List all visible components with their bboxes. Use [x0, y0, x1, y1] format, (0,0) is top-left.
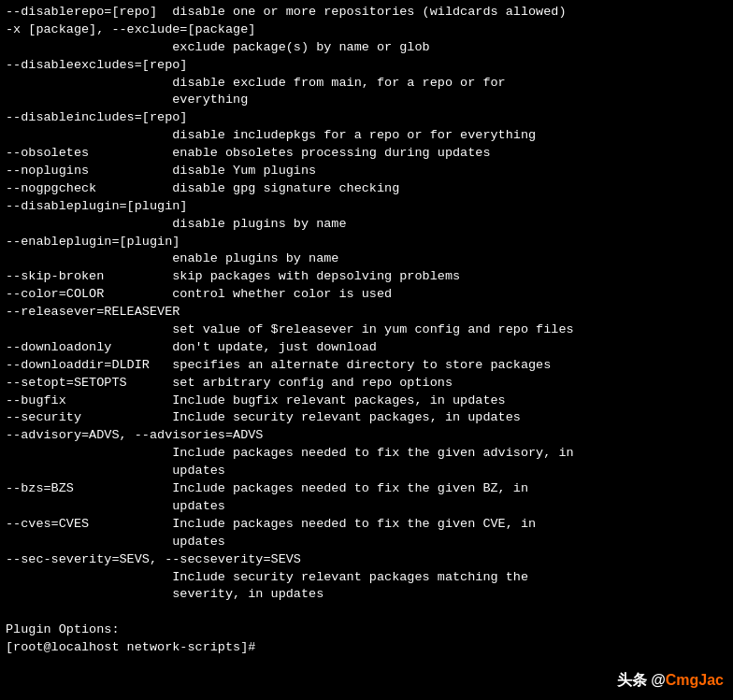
terminal-output: --disablerepo=[repo] disable one or more… — [6, 4, 727, 657]
watermark-prefix: 头条 @ — [617, 672, 666, 688]
terminal-window: --disablerepo=[repo] disable one or more… — [0, 0, 733, 700]
watermark: 头条 @CmgJac — [617, 671, 724, 691]
watermark-brand: CmgJac — [666, 672, 724, 688]
